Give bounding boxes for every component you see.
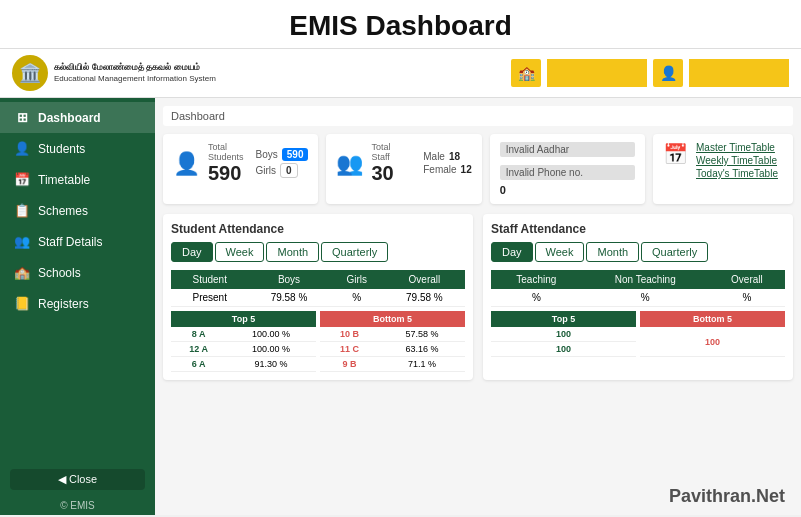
top-header: 🏛️ கல்வியில் மேலாண்மைத் தகவல் மையம் Educ…: [0, 49, 801, 98]
timetable-card: 📅 Master TimeTable Weekly TimeTable Toda…: [653, 134, 793, 204]
sidebar-item-label: Dashboard: [38, 111, 101, 125]
invalid-aadhar-card: Invalid Aadhar Invalid Phone no. 0: [490, 134, 645, 204]
staff-tab-day[interactable]: Day: [491, 242, 533, 262]
sidebar-item-label: Staff Details: [38, 235, 102, 249]
students-breakdown: Boys 590 Girls 0: [256, 148, 309, 180]
page-title-bar: EMIS Dashboard: [0, 0, 801, 49]
student-attendance-title: Student Attendance: [171, 222, 465, 236]
dashboard-icon: ⊞: [14, 110, 30, 125]
staff-attendance-tabs: Day Week Month Quarterly: [491, 242, 785, 262]
weekly-timetable-link[interactable]: Weekly TimeTable: [696, 155, 778, 166]
sidebar: ⊞ Dashboard 👤 Students 📅 Timetable 📋 Sch…: [0, 98, 155, 515]
attendance-grid: Student Attendance Day Week Month Quarte…: [163, 214, 793, 380]
bottom5-header: Bottom 5: [320, 311, 465, 327]
staff-attendance-section: Staff Attendance Day Week Month Quarterl…: [483, 214, 793, 380]
stats-row: 👤 Total Students 590 Boys 590 Girls 0: [163, 134, 793, 204]
student-tab-month[interactable]: Month: [266, 242, 319, 262]
user-search-input[interactable]: [689, 59, 789, 87]
girls-row: Girls 0: [256, 163, 309, 178]
bottom5-header: Bottom 5: [640, 311, 785, 327]
table-row: Present 79.58 % % 79.58 %: [171, 289, 465, 307]
col-overall: Overall: [384, 270, 465, 289]
staff-attendance-table: Teaching Non Teaching Overall % % %: [491, 270, 785, 307]
student-attendance-section: Student Attendance Day Week Month Quarte…: [163, 214, 473, 380]
sidebar-item-label: Students: [38, 142, 85, 156]
table-row: 12 A100.00 %: [171, 342, 316, 357]
sidebar-item-students[interactable]: 👤 Students: [0, 133, 155, 164]
sidebar-item-registers[interactable]: 📒 Registers: [0, 288, 155, 319]
col-teaching: Teaching: [491, 270, 582, 289]
staff-breakdown: Male 18 Female 12: [423, 151, 471, 177]
student-top5-table: Top 5 8 A100.00 % 12 A100.00 % 6 A91.30 …: [171, 311, 316, 372]
main-layout: ⊞ Dashboard 👤 Students 📅 Timetable 📋 Sch…: [0, 98, 801, 515]
student-tab-week[interactable]: Week: [215, 242, 265, 262]
table-row: 11 C63.16 %: [320, 342, 465, 357]
table-row: 100: [491, 327, 636, 342]
staff-stat-icon: 👥: [336, 151, 363, 177]
sidebar-item-label: Timetable: [38, 173, 90, 187]
sidebar-item-schemes[interactable]: 📋 Schemes: [0, 195, 155, 226]
table-row: 6 A91.30 %: [171, 357, 316, 372]
sidebar-item-schools[interactable]: 🏫 Schools: [0, 257, 155, 288]
students-icon: 👤: [14, 141, 30, 156]
sidebar-item-label: Registers: [38, 297, 89, 311]
sidebar-footer: © EMIS: [0, 496, 155, 515]
staff-bottom5-table: Bottom 5 100: [640, 311, 785, 357]
col-girls: Girls: [330, 270, 384, 289]
table-row: 100: [491, 342, 636, 357]
col-non-teaching: Non Teaching: [582, 270, 709, 289]
stat-card-main-staff: 👥 Total Staff 30 Male 18 Female 12: [336, 142, 471, 185]
timetable-card-icon: 📅: [663, 142, 688, 166]
col-overall: Overall: [709, 270, 785, 289]
top5-header: Top 5: [491, 311, 636, 327]
breadcrumb: Dashboard: [163, 106, 793, 126]
sidebar-item-staff-details[interactable]: 👥 Staff Details: [0, 226, 155, 257]
header-right: 🏫 👤: [511, 59, 789, 87]
student-tab-quarterly[interactable]: Quarterly: [321, 242, 388, 262]
female-row: Female 12: [423, 164, 471, 175]
sidebar-close-button[interactable]: ◀ Close: [10, 469, 145, 490]
student-tab-day[interactable]: Day: [171, 242, 213, 262]
staff-tab-quarterly[interactable]: Quarterly: [641, 242, 708, 262]
close-label: ◀ Close: [58, 473, 97, 486]
table-row: 9 B71.1 %: [320, 357, 465, 372]
logo-emblem: 🏛️: [12, 55, 48, 91]
user-icon-button[interactable]: 👤: [653, 59, 683, 87]
boys-row: Boys 590: [256, 148, 309, 161]
col-student: Student: [171, 270, 248, 289]
student-attendance-table: Student Boys Girls Overall Present 79.58…: [171, 270, 465, 307]
students-stat-icon: 👤: [173, 151, 200, 177]
schools-icon: 🏫: [14, 265, 30, 280]
staff-top-bottom-row: Top 5 100 100 Bottom: [491, 311, 785, 357]
staff-top5-table: Top 5 100 100: [491, 311, 636, 357]
today-timetable-link[interactable]: Today's TimeTable: [696, 168, 778, 179]
staff-tab-month[interactable]: Month: [586, 242, 639, 262]
students-stat-info: Total Students 590: [208, 142, 244, 185]
main-content: Dashboard 👤 Total Students 590 Boys 590: [155, 98, 801, 515]
school-icon-button[interactable]: 🏫: [511, 59, 541, 87]
stat-card-main: 👤 Total Students 590 Boys 590 Girls 0: [173, 142, 308, 185]
staff-attendance-title: Staff Attendance: [491, 222, 785, 236]
student-attendance-tabs: Day Week Month Quarterly: [171, 242, 465, 262]
registers-icon: 📒: [14, 296, 30, 311]
staff-stat-info: Total Staff 30: [371, 142, 411, 185]
staff-icon: 👥: [14, 234, 30, 249]
sidebar-nav: ⊞ Dashboard 👤 Students 📅 Timetable 📋 Sch…: [0, 98, 155, 463]
sidebar-item-label: Schemes: [38, 204, 88, 218]
sidebar-item-timetable[interactable]: 📅 Timetable: [0, 164, 155, 195]
top5-header: Top 5: [171, 311, 316, 327]
master-timetable-link[interactable]: Master TimeTable: [696, 142, 778, 153]
sidebar-item-label: Schools: [38, 266, 81, 280]
sidebar-item-dashboard[interactable]: ⊞ Dashboard: [0, 102, 155, 133]
timetable-links: Master TimeTable Weekly TimeTable Today'…: [696, 142, 778, 179]
student-top-bottom-row: Top 5 8 A100.00 % 12 A100.00 % 6 A91.30 …: [171, 311, 465, 372]
schemes-icon: 📋: [14, 203, 30, 218]
table-row: % % %: [491, 289, 785, 307]
timetable-icon: 📅: [14, 172, 30, 187]
staff-tab-week[interactable]: Week: [535, 242, 585, 262]
table-row: 100: [640, 327, 785, 357]
logo-text: கல்வியில் மேலாண்மைத் தகவல் மையம் Educati…: [54, 62, 216, 84]
school-search-input[interactable]: [547, 59, 647, 87]
total-students-card: 👤 Total Students 590 Boys 590 Girls 0: [163, 134, 318, 204]
student-bottom5-table: Bottom 5 10 B57.58 % 11 C63.16 % 9 B71.1…: [320, 311, 465, 372]
